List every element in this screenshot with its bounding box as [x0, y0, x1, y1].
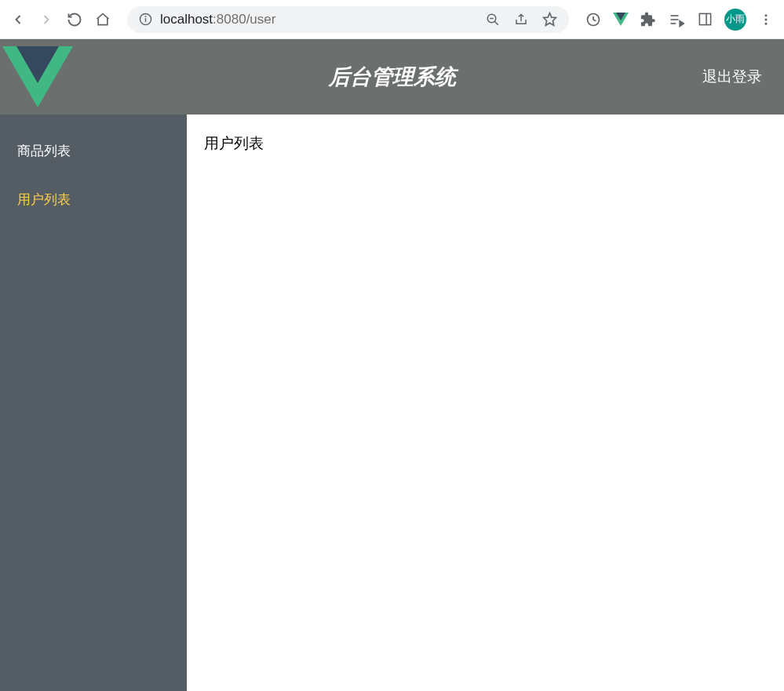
sidebar-item-products[interactable]: 商品列表: [0, 129, 187, 173]
back-icon[interactable]: [9, 11, 27, 28]
browser-toolbar: localhost:8080/user: [0, 0, 784, 39]
svg-line-4: [494, 21, 498, 25]
sidebar: 商品列表 用户列表: [0, 115, 187, 691]
url-text: localhost:8080/user: [160, 12, 275, 27]
logout-button[interactable]: 退出登录: [702, 67, 762, 87]
svg-point-16: [765, 22, 768, 24]
address-actions: [484, 11, 558, 28]
avatar-text: 小雨: [726, 13, 745, 26]
url-path: :8080/user: [213, 12, 275, 27]
vue-logo-icon: [2, 46, 73, 107]
svg-point-14: [765, 14, 768, 16]
svg-marker-6: [543, 13, 556, 26]
menu-dots-icon[interactable]: [757, 11, 775, 28]
app-header: 后台管理系统 退出登录: [0, 39, 784, 115]
svg-rect-12: [699, 13, 710, 24]
share-icon[interactable]: [512, 11, 530, 28]
main-content: 用户列表: [187, 115, 784, 691]
app-title: 后台管理系统: [329, 63, 456, 91]
svg-point-2: [145, 16, 146, 17]
profile-avatar[interactable]: 小雨: [724, 9, 746, 31]
sidebar-item-label: 商品列表: [17, 142, 71, 160]
zoom-out-icon[interactable]: [484, 11, 501, 28]
extensions-icon[interactable]: [640, 11, 657, 28]
svg-point-15: [765, 18, 768, 20]
vue-devtools-icon[interactable]: [613, 13, 629, 26]
playlist-icon[interactable]: [668, 11, 685, 28]
app-logo: [0, 39, 75, 115]
sidebar-item-label: 用户列表: [17, 191, 71, 209]
page-title: 用户列表: [204, 133, 767, 154]
url-host: localhost: [160, 12, 213, 27]
home-icon[interactable]: [94, 11, 111, 28]
panel-icon[interactable]: [696, 11, 713, 28]
svg-marker-11: [680, 20, 684, 26]
star-icon[interactable]: [541, 11, 558, 28]
sidebar-item-users[interactable]: 用户列表: [0, 177, 187, 221]
clock-icon[interactable]: [585, 11, 602, 28]
extensions-row: 小雨: [585, 9, 775, 31]
site-info-icon[interactable]: [138, 13, 152, 27]
address-bar[interactable]: localhost:8080/user: [127, 6, 569, 33]
app-body: 商品列表 用户列表 用户列表: [0, 115, 784, 691]
reload-icon[interactable]: [66, 11, 83, 28]
forward-icon: [38, 11, 55, 28]
